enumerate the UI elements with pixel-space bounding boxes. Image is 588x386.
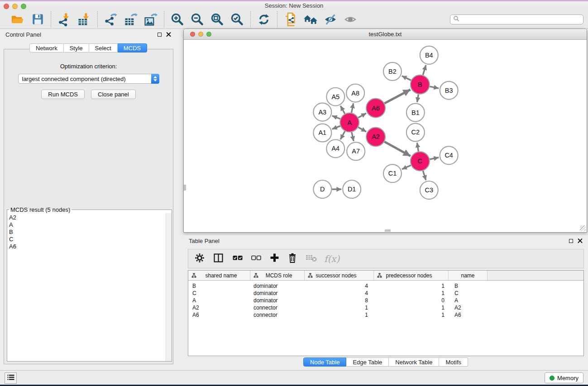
table-row[interactable]: C dominator 4 1 C — [188, 290, 583, 297]
export-network-button[interactable] — [104, 12, 118, 27]
table-row[interactable]: A dominator 8 0 A — [188, 297, 583, 304]
cell-successor-nodes[interactable]: 1 — [305, 312, 374, 318]
delete-table-button[interactable] — [306, 253, 317, 264]
cell-name[interactable]: A6 — [449, 312, 488, 318]
cell-shared-name[interactable]: B — [188, 283, 250, 289]
network-node[interactable]: D — [313, 180, 331, 198]
network-edge[interactable] — [358, 113, 366, 118]
zoom-window-button[interactable] — [21, 4, 26, 9]
zoom-selected-button[interactable] — [230, 12, 244, 27]
network-vscroll-thumb[interactable] — [184, 185, 186, 191]
network-canvas-area[interactable]: B4B2BB3A8A5A6A3B1AC2A1A2A4A7C4CC1DD1C3 — [184, 40, 586, 232]
table-row[interactable]: B dominator 4 1 B — [188, 282, 583, 290]
clone-network-button[interactable] — [283, 12, 298, 27]
table-row[interactable]: A2 connector 1 1 A2 — [188, 304, 583, 311]
open-session-button[interactable] — [10, 12, 25, 27]
cell-successor-nodes[interactable]: 8 — [305, 297, 374, 304]
cell-shared-name[interactable]: A2 — [188, 305, 250, 311]
search-input[interactable] — [459, 16, 583, 23]
cell-shared-name[interactable]: A — [188, 297, 250, 304]
minimize-window-button[interactable] — [12, 4, 18, 9]
column-header-mcds-role[interactable]: MCDS role — [250, 271, 305, 280]
network-node[interactable]: A4 — [326, 139, 344, 157]
refresh-view-button[interactable] — [257, 12, 271, 27]
run-mcds-button[interactable]: Run MCDS — [41, 90, 85, 99]
network-node[interactable]: A5 — [326, 88, 344, 106]
cell-mcds-role[interactable]: connector — [250, 305, 305, 311]
result-list-scrollbar[interactable] — [166, 213, 172, 361]
cell-name[interactable]: A2 — [449, 305, 488, 311]
network-edge[interactable] — [430, 86, 439, 88]
tab-network-table[interactable]: Network Table — [389, 357, 439, 367]
column-header-name[interactable]: name — [449, 271, 488, 280]
cell-mcds-role[interactable]: dominator — [250, 283, 305, 289]
network-node[interactable]: B4 — [420, 46, 438, 64]
network-edge[interactable] — [332, 116, 340, 119]
column-header-successor-nodes[interactable]: successor nodes — [305, 271, 374, 280]
node-table[interactable]: shared name MCDS role successor nodes pr… — [188, 270, 584, 356]
hide-panel-button[interactable] — [323, 12, 338, 27]
network-node[interactable]: A8 — [346, 84, 364, 102]
network-edge[interactable] — [340, 106, 344, 114]
column-header-shared-name[interactable]: shared name — [188, 271, 250, 280]
cell-predecessor-nodes[interactable]: 1 — [374, 290, 449, 296]
mcds-result-list[interactable]: A2 A B C A6 — [7, 213, 172, 361]
mcds-result-item[interactable]: B — [9, 229, 172, 236]
cell-successor-nodes[interactable]: 4 — [305, 283, 374, 289]
network-node[interactable]: A — [340, 113, 359, 132]
search-box[interactable] — [450, 14, 583, 24]
network-node[interactable]: B2 — [383, 62, 402, 81]
main-titlebar[interactable]: Session: New Session — [0, 1, 588, 10]
cell-name[interactable]: B — [449, 283, 488, 289]
export-image-button[interactable] — [143, 12, 158, 27]
float-panel-icon[interactable] — [569, 239, 573, 243]
network-node[interactable]: C2 — [406, 124, 425, 142]
cell-shared-name[interactable]: A6 — [188, 312, 250, 318]
zoom-out-button[interactable] — [190, 12, 205, 27]
close-window-button[interactable] — [4, 4, 9, 9]
network-edge[interactable] — [340, 131, 345, 139]
network-edge[interactable] — [417, 143, 418, 151]
network-edge[interactable] — [417, 94, 418, 102]
cell-successor-nodes[interactable]: 1 — [305, 305, 374, 311]
network-edge[interactable] — [423, 171, 426, 180]
criterion-dropdown[interactable]: largest connected component (directed) — [18, 74, 159, 84]
home-view-button[interactable] — [303, 12, 318, 27]
network-edge[interactable] — [402, 165, 411, 169]
tab-edge-table[interactable]: Edge Table — [346, 357, 389, 367]
import-table-button[interactable] — [77, 12, 91, 27]
cell-successor-nodes[interactable]: 4 — [305, 290, 374, 296]
function-builder-button[interactable]: f(x) — [326, 253, 339, 264]
network-zoom-button[interactable] — [206, 32, 211, 37]
network-node[interactable]: B1 — [406, 104, 425, 122]
show-panel-button[interactable] — [343, 12, 358, 27]
close-panel-icon[interactable] — [166, 32, 171, 37]
split-columns-button[interactable] — [213, 253, 224, 265]
network-minimize-button[interactable] — [198, 32, 203, 37]
network-node[interactable]: A2 — [366, 128, 385, 147]
network-resize-grip[interactable] — [580, 225, 586, 231]
cell-predecessor-nodes[interactable]: 0 — [374, 297, 449, 304]
network-node[interactable]: C1 — [383, 164, 402, 182]
network-edge[interactable] — [384, 90, 410, 103]
float-panel-icon[interactable] — [158, 33, 162, 37]
network-edge[interactable] — [402, 76, 411, 81]
network-node[interactable]: A3 — [313, 103, 331, 121]
mcds-result-item[interactable]: A6 — [9, 243, 172, 250]
import-network-button[interactable] — [57, 12, 72, 27]
network-edge[interactable] — [384, 142, 411, 156]
network-edge[interactable] — [423, 65, 426, 75]
memory-button[interactable]: Memory — [545, 372, 583, 383]
cell-name[interactable]: A — [449, 297, 488, 304]
select-all-button[interactable] — [233, 254, 243, 263]
tab-network[interactable]: Network — [29, 43, 64, 52]
tab-node-table[interactable]: Node Table — [303, 357, 347, 367]
cell-name[interactable]: C — [449, 290, 488, 296]
network-node[interactable]: A1 — [313, 124, 331, 142]
network-node[interactable]: D1 — [343, 180, 361, 198]
cell-predecessor-nodes[interactable]: 1 — [374, 312, 449, 318]
cell-mcds-role[interactable]: dominator — [250, 297, 305, 304]
cell-mcds-role[interactable]: connector — [250, 312, 305, 318]
tab-mcds[interactable]: MCDS — [118, 43, 147, 52]
tab-motifs[interactable]: Motifs — [439, 357, 468, 367]
